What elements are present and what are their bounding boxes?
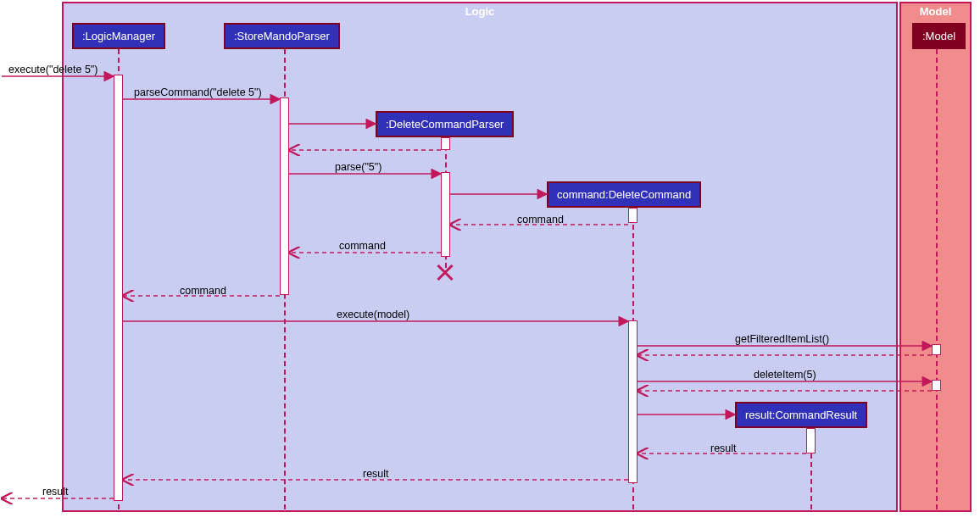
activation-delete-command-2: [628, 320, 638, 483]
msg-parse-command: parseCommand("delete 5"): [134, 86, 262, 98]
msg-result-1: result: [710, 442, 737, 454]
activation-command-result: [806, 428, 816, 453]
activation-logic-manager: [114, 75, 123, 501]
msg-delete-item-5: deleteItem(5): [754, 369, 816, 381]
activation-store-mando-parser: [280, 97, 289, 295]
activation-delete-command-1: [628, 208, 638, 223]
participant-model: :Model: [912, 23, 966, 49]
participant-delete-command: command:DeleteCommand: [547, 181, 701, 208]
msg-command-1: command: [517, 214, 564, 225]
participant-command-result: result:CommandResult: [735, 402, 867, 428]
msg-parse5: parse("5"): [335, 161, 381, 173]
msg-command-3: command: [180, 285, 226, 297]
region-model-title: Model: [920, 5, 952, 18]
lifeline-model: [936, 49, 938, 509]
participant-store-mando-parser: :StoreMandoParser: [224, 23, 340, 49]
activation-delete-command-parser-1: [441, 137, 450, 150]
region-logic-title: Logic: [465, 5, 495, 18]
participant-logic-manager: :LogicManager: [72, 23, 165, 49]
msg-execute-delete5: execute("delete 5"): [8, 64, 97, 75]
msg-get-filtered-item-list: getFilteredItemList(): [735, 333, 829, 345]
msg-command-2: command: [339, 240, 386, 252]
activation-model-1: [932, 344, 941, 355]
msg-result-3: result: [42, 486, 69, 498]
destroy-icon: [437, 264, 454, 281]
participant-delete-command-parser: :DeleteCommandParser: [376, 111, 514, 137]
activation-delete-command-parser-2: [441, 172, 450, 257]
activation-model-2: [932, 380, 941, 391]
msg-execute-model: execute(model): [337, 309, 409, 320]
msg-result-2: result: [363, 468, 389, 480]
region-logic: Logic: [62, 2, 898, 512]
